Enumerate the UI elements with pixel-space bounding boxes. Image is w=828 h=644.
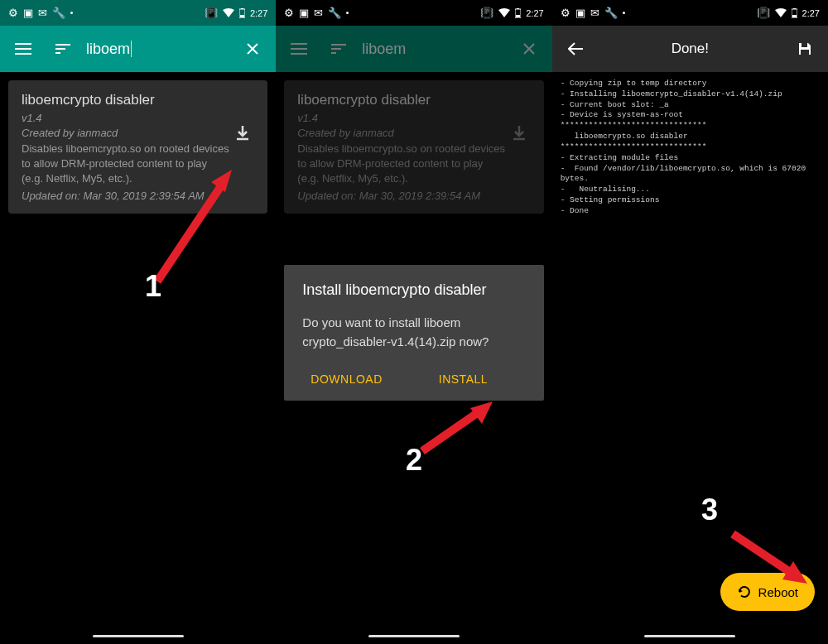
- gear-icon: ⚙: [561, 7, 570, 18]
- wifi-icon: [223, 8, 234, 17]
- module-updated: Updated on: Mar 30, 2019 2:39:54 AM: [22, 190, 254, 202]
- install-log: - Copying zip to temp directory - Instal…: [552, 72, 828, 223]
- done-title: Done!: [599, 41, 782, 57]
- module-version: v1.4: [297, 112, 530, 124]
- module-updated: Updated on: Mar 30, 2019 2:39:54 AM: [297, 190, 530, 202]
- vibrate-icon: 📳: [480, 7, 493, 18]
- wifi-icon: [775, 8, 787, 17]
- app-bar: liboem: [276, 26, 551, 72]
- vibrate-icon: 📳: [757, 7, 770, 18]
- status-bar: ⚙ ▣ ✉ 🔧 📳 2:27: [552, 0, 828, 26]
- clear-button[interactable]: [236, 32, 269, 65]
- module-card[interactable]: liboemcrypto disabler v1.4 Created by ia…: [8, 80, 267, 214]
- download-dialog-button[interactable]: DOWNLOAD: [307, 366, 385, 392]
- battery-icon: [792, 8, 797, 18]
- app-bar-done: Done!: [552, 26, 828, 72]
- svg-rect-27: [802, 43, 807, 47]
- wrench-icon: 🔧: [604, 7, 618, 18]
- search-input: liboem: [362, 41, 505, 58]
- clear-button: [513, 32, 546, 65]
- download-button: [509, 123, 532, 147]
- dialog-title: Install liboemcrypto disabler: [302, 281, 525, 299]
- module-card-dimmed: liboemcrypto disabler v1.4 Created by ia…: [284, 80, 543, 214]
- module-title: liboemcrypto disabler: [22, 92, 254, 108]
- battery-icon: [239, 8, 245, 18]
- status-time: 2:27: [526, 8, 543, 18]
- sort-button[interactable]: [46, 32, 79, 65]
- svg-rect-28: [801, 50, 809, 55]
- mail-icon: ✉: [314, 7, 323, 18]
- mail-icon: ✉: [38, 7, 47, 18]
- app-icon: ▣: [575, 7, 585, 18]
- battery-icon: [515, 8, 521, 18]
- module-description: Disables liboemcrypto.so on rooted devic…: [297, 142, 530, 187]
- vibrate-icon: 📳: [205, 7, 218, 18]
- app-icon: ▣: [23, 7, 33, 18]
- annotation-step-3: 3: [701, 493, 718, 527]
- screen-search: ⚙ ▣ ✉ 🔧 📳 2:27 liboem: [0, 0, 276, 644]
- nav-bar[interactable]: [276, 627, 551, 644]
- annotation-step-2: 2: [406, 443, 422, 478]
- status-time: 2:27: [802, 8, 820, 18]
- svg-rect-13: [517, 8, 519, 9]
- annotation-step-1: 1: [145, 269, 161, 304]
- screen-done: ⚙ ▣ ✉ 🔧 📳 2:27 Done! - Copying zip to te…: [552, 0, 828, 644]
- back-button[interactable]: [559, 32, 592, 65]
- menu-button[interactable]: [7, 32, 40, 65]
- menu-button: [282, 32, 315, 65]
- mail-icon: ✉: [590, 7, 599, 18]
- wifi-icon: [498, 8, 510, 17]
- nav-bar[interactable]: [552, 627, 828, 644]
- svg-rect-26: [792, 15, 797, 17]
- module-description: Disables liboemcrypto.so on rooted devic…: [22, 142, 254, 187]
- app-icon: ▣: [299, 7, 309, 18]
- status-bar: ⚙ ▣ ✉ 🔧 📳 2:27: [0, 0, 276, 26]
- app-bar: liboem: [0, 26, 276, 72]
- svg-rect-1: [241, 8, 243, 9]
- reboot-button[interactable]: Reboot: [720, 573, 815, 611]
- svg-rect-2: [240, 15, 244, 17]
- sort-button: [322, 32, 355, 65]
- module-title: liboemcrypto disabler: [297, 92, 530, 108]
- dialog-body: Do you want to install liboem crypto_dis…: [302, 314, 525, 351]
- reboot-icon: [737, 584, 752, 599]
- svg-rect-14: [516, 15, 520, 17]
- search-input[interactable]: liboem: [86, 41, 229, 58]
- screen-install-dialog: ⚙ ▣ ✉ 🔧 📳 2:27 liboem: [276, 0, 551, 644]
- nav-bar[interactable]: [0, 627, 276, 644]
- module-author: Created by ianmacd: [297, 127, 530, 139]
- module-version: v1.4: [22, 112, 254, 124]
- save-button[interactable]: [788, 32, 821, 65]
- reboot-label: Reboot: [758, 585, 798, 599]
- module-author: Created by ianmacd: [22, 127, 254, 139]
- install-dialog-button[interactable]: INSTALL: [436, 366, 491, 392]
- install-dialog: Install liboemcrypto disabler Do you wan…: [284, 265, 543, 401]
- svg-rect-25: [793, 8, 796, 9]
- status-bar: ⚙ ▣ ✉ 🔧 📳 2:27: [276, 0, 551, 26]
- status-time: 2:27: [250, 8, 267, 18]
- wrench-icon: 🔧: [328, 7, 341, 18]
- wrench-icon: 🔧: [52, 7, 65, 18]
- gear-icon: ⚙: [284, 7, 294, 18]
- download-button[interactable]: [233, 123, 256, 147]
- gear-icon: ⚙: [8, 7, 18, 18]
